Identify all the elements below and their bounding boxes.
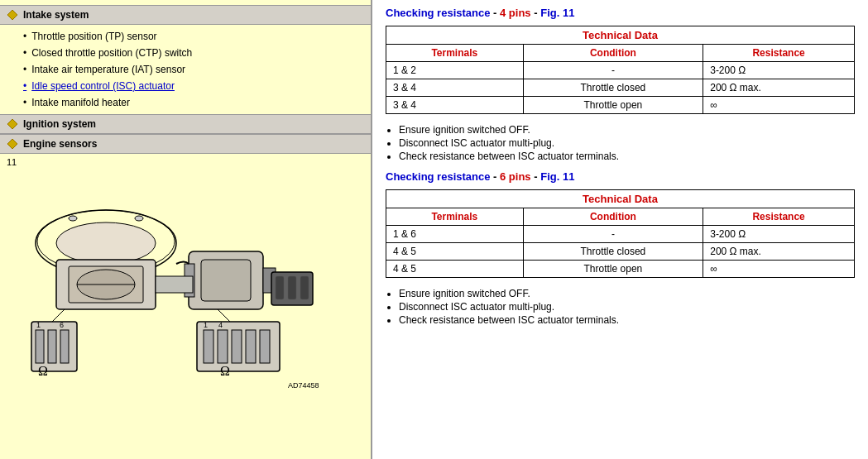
sidebar-item-ignition[interactable]: Ignition system — [0, 114, 371, 134]
list-item: Ensure ignition switched OFF. — [399, 288, 855, 299]
sidebar-item-manifold-heater[interactable]: Intake manifold heater — [17, 94, 371, 111]
cell-terminals: 1 & 2 — [386, 62, 524, 79]
svg-text:6: 6 — [60, 321, 64, 329]
svg-text:Ω: Ω — [220, 364, 230, 378]
section1-bullets: Ensure ignition switched OFF. Disconnect… — [399, 124, 855, 162]
svg-rect-16 — [156, 276, 193, 293]
section1-title-dash2: - — [534, 7, 540, 19]
section1-table-title: Technical Data — [386, 26, 855, 45]
manifold-heater-label: Intake manifold heater — [31, 97, 130, 108]
right-panel: Checking resistance - 4 pins - Fig. 11 T… — [372, 0, 868, 459]
svg-rect-20 — [300, 276, 309, 299]
list-item: Check resistance between ISC actuator te… — [399, 314, 855, 326]
table-row: 4 & 5 Throttle closed 200 Ω max. — [386, 243, 855, 261]
diamond-icon-engine — [7, 138, 18, 150]
cell-condition: Throttle closed — [523, 79, 703, 97]
diagram-area: 11 — [0, 154, 371, 404]
isc-actuator-label: Idle speed control (ISC) actuator — [31, 80, 175, 92]
table-row: 3 & 4 Throttle closed 200 Ω max. — [386, 79, 855, 97]
section2-col-condition: Condition — [523, 208, 703, 226]
list-item: Ensure ignition switched OFF. — [399, 124, 855, 136]
sidebar-item-engine-sensors[interactable]: Engine sensors — [0, 134, 371, 154]
svg-rect-31 — [232, 330, 242, 363]
svg-line-38 — [218, 309, 230, 322]
cell-condition: - — [523, 226, 703, 243]
list-item: Disconnect ISC actuator multi-plug. — [399, 137, 855, 149]
section1-title: Checking resistance - 4 pins - Fig. 11 — [386, 7, 855, 19]
sidebar-item-intake[interactable]: Intake system — [0, 5, 371, 25]
ignition-section-label: Ignition system — [23, 118, 96, 130]
section1-title-part1: Checking resistance — [386, 7, 490, 19]
table-row: 1 & 6 - 3-200 Ω — [386, 226, 855, 243]
svg-rect-32 — [246, 330, 256, 363]
svg-point-6 — [69, 216, 77, 221]
svg-line-37 — [52, 309, 65, 322]
cell-condition: - — [523, 62, 703, 79]
section1-title-pins: 4 pins — [500, 7, 531, 19]
tp-sensor-label: Throttle position (TP) sensor — [31, 31, 156, 42]
section2-title: Checking resistance - 6 pins - Fig. 11 — [386, 170, 855, 183]
svg-marker-2 — [7, 139, 17, 149]
svg-point-7 — [135, 216, 143, 221]
section2-table-title: Technical Data — [386, 190, 855, 208]
cell-terminals: 3 & 4 — [386, 97, 524, 114]
engine-sensors-label: Engine sensors — [23, 138, 97, 150]
ctp-switch-label: Closed throttle position (CTP) switch — [31, 47, 192, 59]
list-item: Disconnect ISC actuator multi-plug. — [399, 301, 855, 313]
svg-text:Ω: Ω — [38, 364, 48, 378]
svg-rect-29 — [204, 330, 213, 363]
section2: Checking resistance - 6 pins - Fig. 11 T… — [386, 170, 855, 326]
sidebar-item-tp-sensor[interactable]: Throttle position (TP) sensor — [17, 28, 371, 45]
diagram-number: 11 — [7, 157, 364, 167]
section2-col-terminals: Terminals — [386, 208, 524, 226]
section1: Checking resistance - 4 pins - Fig. 11 T… — [386, 7, 855, 162]
section2-bullets: Ensure ignition switched OFF. Disconnect… — [399, 288, 855, 326]
diamond-icon — [7, 9, 18, 21]
cell-resistance: 3-200 Ω — [703, 62, 855, 79]
svg-marker-0 — [7, 10, 17, 20]
diamond-icon-ignition — [7, 118, 18, 130]
list-item: Check resistance between ISC actuator te… — [399, 151, 855, 162]
iat-sensor-label: Intake air temperature (IAT) sensor — [31, 64, 185, 75]
svg-text:4: 4 — [218, 321, 223, 329]
svg-point-5 — [56, 222, 156, 264]
svg-rect-13 — [201, 260, 251, 301]
sidebar-item-ctp-switch[interactable]: Closed throttle position (CTP) switch — [17, 45, 371, 61]
cell-resistance: ∞ — [703, 261, 855, 278]
section1-title-fig: Fig. 11 — [540, 7, 574, 19]
svg-text:AD74458: AD74458 — [288, 381, 319, 390]
section2-title-pins: 6 pins — [500, 170, 531, 183]
section1-col-resistance: Resistance — [703, 45, 855, 62]
svg-rect-33 — [260, 330, 270, 363]
section2-title-fig: Fig. 11 — [540, 170, 574, 183]
sidebar-item-iat-sensor[interactable]: Intake air temperature (IAT) sensor — [17, 61, 371, 78]
section1-col-condition: Condition — [523, 45, 703, 62]
cell-resistance: 3-200 Ω — [703, 226, 855, 243]
svg-text:1: 1 — [36, 321, 41, 329]
svg-rect-23 — [48, 330, 56, 363]
left-panel: Intake system Throttle position (TP) sen… — [0, 0, 372, 459]
section1-title-dash1: - — [493, 7, 500, 19]
sidebar-item-isc-actuator[interactable]: Idle speed control (ISC) actuator — [17, 78, 371, 94]
cell-terminals: 3 & 4 — [386, 79, 524, 97]
cell-resistance: 200 Ω max. — [703, 79, 855, 97]
section2-table: Technical Data Terminals Condition Resis… — [386, 189, 855, 278]
svg-marker-1 — [7, 119, 17, 129]
svg-rect-24 — [60, 330, 69, 363]
svg-text:1: 1 — [204, 321, 208, 329]
svg-rect-30 — [218, 330, 228, 363]
cell-condition: Throttle open — [523, 97, 703, 114]
section2-title-dash1: - — [493, 170, 500, 183]
intake-items: Throttle position (TP) sensor Closed thr… — [0, 25, 371, 114]
cell-condition: Throttle open — [523, 261, 703, 278]
table-row: 1 & 2 - 3-200 Ω — [386, 62, 855, 79]
section2-col-resistance: Resistance — [703, 208, 855, 226]
diagram-image: Ω 1 6 Ω 1 4 — [7, 169, 354, 400]
svg-rect-22 — [36, 330, 44, 363]
cell-resistance: ∞ — [703, 97, 855, 114]
section1-table: Technical Data Terminals Condition Resis… — [386, 26, 855, 114]
cell-terminals: 1 & 6 — [386, 226, 524, 243]
cell-terminals: 4 & 5 — [386, 243, 524, 261]
cell-condition: Throttle closed — [523, 243, 703, 261]
section2-title-dash2: - — [534, 170, 540, 183]
